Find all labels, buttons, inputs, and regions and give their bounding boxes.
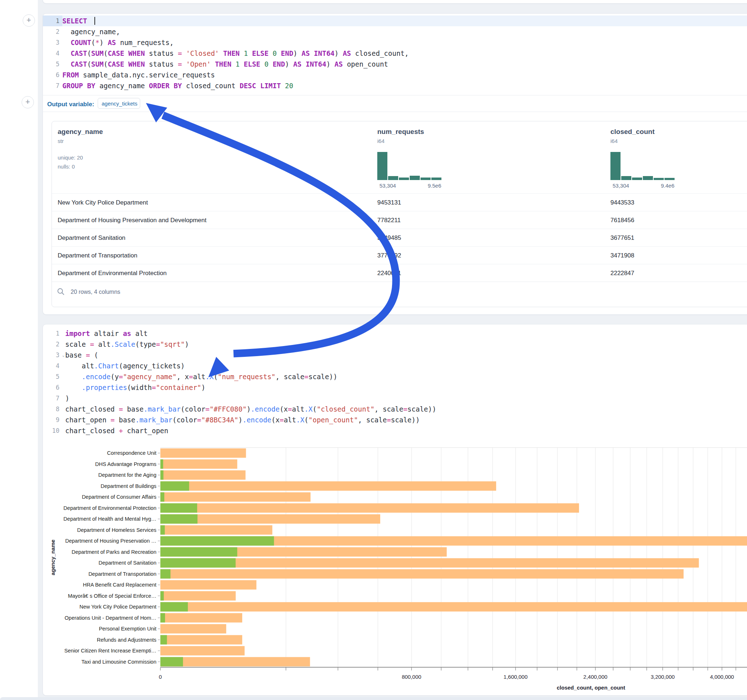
- code-line[interactable]: 10chart_closed + chart_open: [43, 425, 747, 436]
- y-axis-label: HRA Benefit Card Replacement: [83, 582, 156, 588]
- code-line[interactable]: 6FROM sample_data.nyc.service_requests: [43, 69, 747, 80]
- code-line[interactable]: 4 alt.Chart(agency_tickets): [43, 361, 747, 371]
- code-text: CAST(SUM(CASE WHEN status = 'Open' THEN …: [62, 59, 388, 69]
- bar-closed_count[interactable]: [160, 646, 245, 655]
- table-cell: Department of Transportation: [57, 247, 137, 264]
- add-cell-button-output[interactable]: +: [22, 96, 34, 109]
- table-row[interactable]: Department of Environmental Protection22…: [52, 264, 747, 282]
- bar-open_count[interactable]: [160, 602, 188, 611]
- column-type: str: [57, 138, 64, 144]
- bar-open_count[interactable]: [160, 536, 274, 546]
- code-line[interactable]: 3 COUNT(*) AS num_requests,: [43, 37, 747, 48]
- y-axis-label: Department of Homeless Services: [77, 527, 156, 533]
- bar-open_count[interactable]: [160, 481, 189, 491]
- bar-open_count[interactable]: [160, 591, 164, 600]
- fold-chevron-icon[interactable]: ⌄: [62, 350, 65, 361]
- bar-open_count[interactable]: [160, 558, 236, 567]
- code-text: alt.Chart(agency_tickets): [65, 361, 185, 371]
- histogram-bar: [632, 178, 642, 180]
- histogram-min-label: 53,304: [612, 183, 629, 189]
- bar-open_count[interactable]: [160, 635, 167, 644]
- bar-closed_count[interactable]: [160, 613, 242, 623]
- code-line[interactable]: 7GROUP BY agency_name ORDER BY closed_co…: [43, 80, 747, 91]
- column-header-closed_count[interactable]: closed_count: [611, 128, 655, 136]
- bar-open_count[interactable]: [160, 503, 197, 513]
- column-stat: nulls: 0: [57, 163, 75, 170]
- code-text: chart_open = base.mark_bar(color="#8BC34…: [65, 415, 420, 425]
- table-cell: 3677651: [611, 229, 634, 247]
- table-cell: 3774892: [377, 247, 401, 264]
- bar-closed_count[interactable]: [160, 492, 311, 502]
- bar-open_count[interactable]: [160, 547, 237, 557]
- code-text: CAST(SUM(CASE WHEN status = 'Closed' THE…: [62, 48, 409, 59]
- bar-closed_count[interactable]: [160, 481, 496, 491]
- bar-closed_count[interactable]: [160, 470, 245, 480]
- code-line[interactable]: 9chart_open = base.mark_bar(color="#8BC3…: [43, 415, 747, 425]
- y-axis-label: Department of Parks and Recreation: [72, 549, 156, 555]
- bar-closed_count[interactable]: [160, 503, 579, 513]
- bar-closed_count[interactable]: [160, 525, 272, 535]
- search-icon[interactable]: [57, 288, 65, 296]
- bar-closed_count[interactable]: [160, 624, 226, 634]
- code-line[interactable]: 4 CAST(SUM(CASE WHEN status = 'Closed' T…: [43, 48, 747, 59]
- code-line[interactable]: 8chart_closed = base.mark_bar(color="#FF…: [43, 404, 747, 415]
- bar-closed_count[interactable]: [160, 580, 257, 590]
- code-text: ): [65, 393, 69, 404]
- bar-open_count[interactable]: [160, 492, 164, 502]
- y-axis-label: DHS Advantage Programs: [95, 461, 156, 467]
- code-text: scale = alt.Scale(type="sqrt"): [65, 339, 189, 350]
- histogram-bar: [420, 178, 431, 180]
- code-line[interactable]: 1import altair as alt: [43, 328, 747, 339]
- bar-closed_count[interactable]: [160, 635, 242, 644]
- code-line[interactable]: 5 CAST(SUM(CASE WHEN status = 'Open' THE…: [43, 59, 747, 69]
- python-code-editor[interactable]: 1import altair as alt2scale = alt.Scale(…: [43, 328, 747, 436]
- bar-closed_count[interactable]: [160, 558, 699, 567]
- table-row[interactable]: Department of Transportation377489234719…: [52, 246, 747, 264]
- line-number-gutter: 5: [43, 59, 62, 69]
- y-axis-label: New York City Police Department: [79, 604, 156, 609]
- code-text: .properties(width="container"): [65, 382, 206, 393]
- bar-closed_count[interactable]: [160, 459, 237, 469]
- code-line[interactable]: 3⌄base = (: [43, 350, 747, 361]
- y-axis-label: Senior Citizen Rent Increase Exempti…: [65, 648, 156, 653]
- line-number-gutter: 9: [43, 415, 62, 425]
- add-cell-button-top[interactable]: +: [23, 14, 35, 27]
- code-line[interactable]: 1⌄SELECT: [43, 15, 747, 26]
- y-axis-label: Department of Buildings: [101, 483, 156, 489]
- output-variable-pill[interactable]: agency_tickets: [98, 98, 140, 109]
- bar-open_count[interactable]: [160, 470, 163, 480]
- table-cell: 3471908: [611, 247, 634, 264]
- x-axis-tick-label: 2,400,000: [584, 674, 608, 680]
- table-row[interactable]: Department of Sanitation37494853677651: [52, 229, 747, 247]
- code-text: base = (: [65, 350, 98, 361]
- bar-open_count[interactable]: [160, 657, 183, 667]
- y-axis-label: Mayorâ€ s Office of Special Enforce…: [68, 593, 156, 599]
- table-cell: 9453131: [377, 194, 401, 211]
- code-line[interactable]: 5 .encode(y="agency_name", x=alt.X("num_…: [43, 371, 747, 382]
- code-line[interactable]: 6 .properties(width="container"): [43, 382, 747, 393]
- result-table: agency_namestrunique: 20nulls: 0num_requ…: [51, 121, 747, 307]
- histogram-bar: [621, 176, 631, 180]
- bar-closed_count[interactable]: [160, 591, 236, 600]
- bar-open_count[interactable]: [160, 569, 171, 579]
- bar-open_count[interactable]: [160, 459, 163, 469]
- column-header-num_requests[interactable]: num_requests: [377, 128, 424, 136]
- bar-open_count[interactable]: [160, 525, 165, 535]
- table-row[interactable]: New York City Police Department945313194…: [52, 193, 747, 211]
- column-header-agency_name[interactable]: agency_name: [57, 128, 103, 136]
- column-histogram: [611, 152, 675, 180]
- bar-closed_count[interactable]: [160, 602, 747, 611]
- altair-bar-chart: Correspondence UnitDHS Advantage Program…: [0, 443, 747, 695]
- code-line[interactable]: 2 agency_name,: [43, 26, 747, 37]
- line-number-gutter: 7: [43, 393, 62, 404]
- bar-open_count[interactable]: [160, 514, 198, 523]
- code-line[interactable]: 7): [43, 393, 747, 404]
- bar-closed_count[interactable]: [160, 448, 246, 458]
- sql-code-editor[interactable]: 1⌄SELECT 2 agency_name,3 COUNT(*) AS num…: [43, 15, 747, 91]
- bar-open_count[interactable]: [160, 613, 165, 623]
- y-axis-label: Department for the Aging: [98, 472, 156, 478]
- table-row[interactable]: Department of Housing Preservation and D…: [52, 211, 747, 229]
- code-text: agency_name,: [62, 26, 120, 37]
- code-line[interactable]: 2scale = alt.Scale(type="sqrt"): [43, 339, 747, 350]
- bar-closed_count[interactable]: [160, 569, 683, 579]
